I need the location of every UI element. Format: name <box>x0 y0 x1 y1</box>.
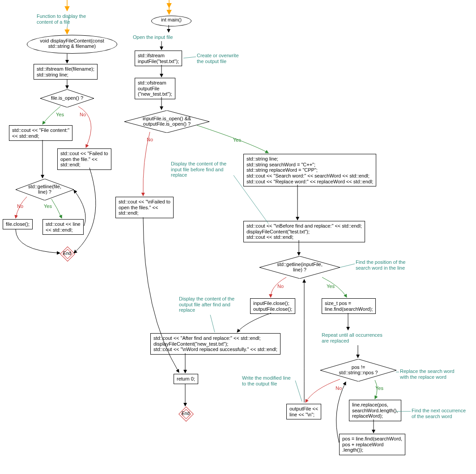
label-no-3: No <box>147 137 153 142</box>
decision-both-open-text: inputFile.is_open() && outputFile.is_ope… <box>124 116 209 127</box>
label-no-5: No <box>336 385 342 391</box>
decision-file-isopen-text: file.is_open() ? <box>40 95 94 101</box>
decision-npos-text: pos != std::string::npos ? <box>320 364 396 375</box>
comment-repeat: Repeat until all occurrences are replace… <box>322 332 382 343</box>
box-cout-line: std::cout << line << std::endl; <box>42 219 84 235</box>
box-file-content: std::cout << "File content:" << std::end… <box>9 125 72 141</box>
decision-getline-text: std::getline(file, line) ? <box>16 184 74 195</box>
comment-find-next: Find the next occurrence of the search w… <box>412 408 466 419</box>
end-right: End <box>179 407 192 420</box>
comment-replace-word: Replace the search word with the replace… <box>400 368 455 380</box>
box-outline: outputFile << line << "\n"; <box>286 404 321 419</box>
box-search-vars: std::string line; std::string searchWord… <box>243 154 376 186</box>
end-left: End <box>61 247 73 260</box>
comment-create-output: Create or overwrite the output file <box>197 53 239 64</box>
label-yes-3: Yes <box>233 137 241 143</box>
comment-display-fn: Function to display the content of a fil… <box>37 13 86 25</box>
decision-getline: std::getline(file, line) ? <box>16 179 74 200</box>
comment-display-after: Display the content of the output file a… <box>179 296 234 313</box>
box-before: std::cout << "\nBefore find and replace:… <box>243 221 365 242</box>
box-failed-files: std::cout << "\nFailed to open the files… <box>115 197 174 218</box>
label-yes-5: Yes <box>375 385 383 391</box>
box-left-vars: std::ifstream file(filename); std::strin… <box>34 64 98 80</box>
svg-line-21 <box>340 264 355 267</box>
svg-line-28 <box>295 381 302 402</box>
box-after: std::cout << "After find and replace:" <… <box>150 333 280 355</box>
box-ifstream: std::ifstream inputFile("test.txt"); <box>135 51 182 66</box>
box-pos-next: pos = line.find(searchWord, pos + replac… <box>339 434 405 455</box>
terminator-main: int main() <box>151 16 191 26</box>
comment-find-pos: Find the position of the search word in … <box>356 259 405 271</box>
box-pos: size_t pos = line.find(searchWord); <box>322 298 376 314</box>
label-yes-1: Yes <box>56 112 64 117</box>
terminator-display-fn: void displayFileContent(const std::strin… <box>27 35 117 54</box>
box-replace: line.replace(pos, searchWord.length(), r… <box>349 400 401 421</box>
comment-display-before: Display the content of the input file be… <box>171 161 226 178</box>
svg-line-17 <box>183 57 196 58</box>
box-ofstream: std::ofstream outputFile ("new_test.txt"… <box>135 78 175 99</box>
label-yes-2: Yes <box>44 203 52 209</box>
box-return: return 0; <box>174 374 198 384</box>
svg-line-24 <box>210 315 215 332</box>
decision-getline-input-text: std::getline(inputFile, line) ? <box>259 262 340 272</box>
comment-write-line: Write the modified line to the output fi… <box>242 375 291 386</box>
box-file-close: file.close(); <box>3 219 33 229</box>
box-failed-open: std::cout << "Failed to open the file." … <box>57 148 111 170</box>
decision-getline-input: std::getline(inputFile, line) ? <box>259 256 340 279</box>
decision-file-isopen: file.is_open() ? <box>40 89 94 107</box>
box-close-both: inputFile.close(); outputFile.close(); <box>250 298 295 314</box>
label-no-1: No <box>80 112 86 117</box>
decision-npos: pos != std::string::npos ? <box>320 359 396 381</box>
comment-open-input: Open the input file <box>133 34 173 40</box>
label-no-2: No <box>17 203 23 209</box>
label-yes-4: Yes <box>327 284 335 289</box>
decision-both-open: inputFile.is_open() && outputFile.is_ope… <box>124 110 209 133</box>
label-no-4: No <box>277 284 284 289</box>
